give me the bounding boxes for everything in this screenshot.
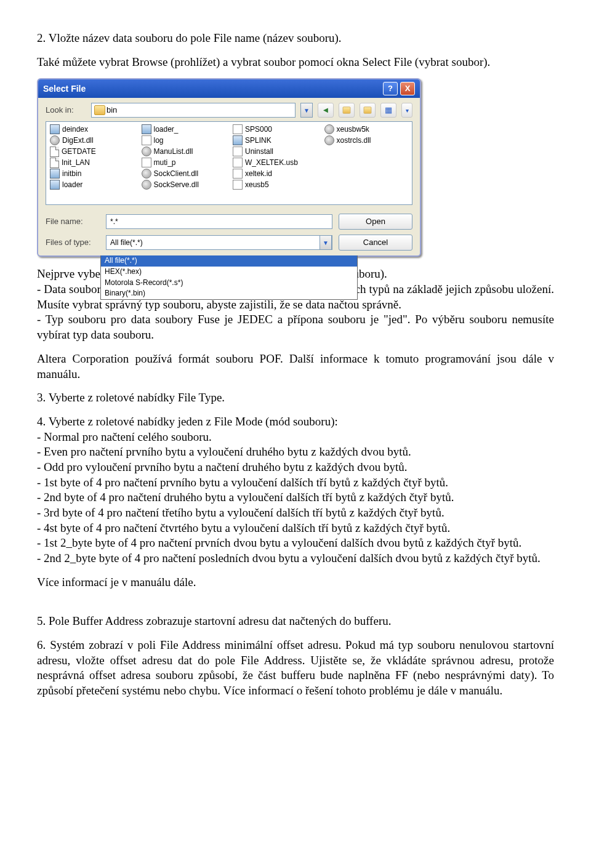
up-button[interactable] (339, 103, 355, 118)
para-9: Více informací je v manuálu dále. (37, 575, 554, 590)
file-icon (233, 169, 243, 179)
lookin-caret[interactable]: ▼ (300, 103, 313, 118)
new-folder-icon (364, 107, 372, 114)
close-icon: X (405, 84, 411, 94)
file-item-label: SockServe.dll (154, 180, 199, 190)
box-icon (233, 135, 243, 145)
bottom-rows: File name: *.* Open Files of type: All f… (38, 205, 420, 255)
list-6: - 3rd byte of 4 pro načtení třetího bytu… (37, 505, 554, 521)
file-item-label: DigExt.dll (62, 136, 94, 146)
filename-input[interactable]: *.* (106, 214, 332, 229)
file-icon (142, 158, 151, 167)
gear-icon (324, 124, 334, 134)
filetype-caret[interactable]: ▼ (320, 235, 332, 250)
box-icon (142, 124, 151, 134)
file-item[interactable]: loader (50, 179, 134, 190)
view-button[interactable]: ▦ (380, 103, 396, 118)
open-button[interactable]: Open (339, 214, 412, 230)
file-icon (233, 147, 243, 156)
para-6: Altera Corporation používá formát soubor… (37, 352, 554, 382)
filename-label: File name: (46, 217, 100, 227)
gear-icon (50, 135, 60, 145)
file-item[interactable]: ManuList.dll (142, 146, 226, 157)
up-folder-icon (343, 107, 351, 114)
file-item[interactable]: SockClient.dll (142, 168, 226, 179)
list-9: - 2nd 2_byte byte of 4 pro načtení posle… (37, 551, 554, 566)
cancel-button-label: Cancel (363, 238, 388, 248)
para-2: Také můžete vybrat Browse (prohlížet) a … (37, 55, 554, 70)
file-icon (233, 158, 243, 167)
help-button[interactable]: ? (383, 82, 398, 95)
view-caret[interactable]: ▾ (401, 103, 412, 118)
open-button-label: Open (366, 217, 385, 227)
file-item[interactable]: log (142, 135, 226, 146)
file-item[interactable]: W_XELTEK.usb (233, 157, 317, 168)
file-item[interactable]: SPLINK (233, 135, 317, 146)
filetype-value: All file(*.*) (110, 238, 320, 248)
file-item-label: xostrcls.dll (337, 136, 371, 146)
file-item[interactable]: initbin (50, 168, 134, 179)
file-item-label: W_XELTEK.usb (245, 158, 298, 168)
page-icon (50, 158, 59, 168)
file-icon (233, 180, 243, 190)
box-icon (50, 180, 60, 190)
filetype-options: All file(*.*) HEX(*.hex) Motorola S-Reco… (100, 255, 358, 299)
gear-icon (324, 135, 334, 145)
file-icon (142, 135, 151, 145)
para-1: 2. Vložte název data souboru do pole Fil… (37, 31, 554, 46)
file-item[interactable]: xeltek.id (233, 168, 317, 179)
file-item-label: deindex (62, 125, 88, 135)
filetype-option[interactable]: Binary(*.bin) (101, 288, 357, 299)
gear-icon (142, 169, 151, 179)
para-7: 3. Vyberte z roletové nabídky File Type. (37, 390, 554, 406)
file-item[interactable]: DigExt.dll (50, 135, 134, 146)
file-item[interactable]: muti_p (142, 157, 226, 168)
close-button[interactable]: X (400, 82, 415, 95)
para-5: - Typ souboru pro data soubory Fuse je J… (37, 312, 554, 342)
lookin-dropdown[interactable]: bin (91, 103, 296, 118)
filetype-label: Files of type: (46, 238, 100, 248)
file-item[interactable]: Init_LAN (50, 157, 134, 168)
lookin-row: Look in: bin ▼ ◄ ▦ ▾ (38, 98, 420, 121)
para-8: 4. Vyberte z roletové nabídky jeden z Fi… (37, 414, 554, 430)
filetype-option[interactable]: HEX(*.hex) (101, 267, 357, 278)
lookin-label: Look in: (46, 105, 86, 116)
file-item-label: log (154, 136, 164, 146)
file-item[interactable]: Uninstall (233, 146, 317, 157)
select-file-dialog: Select File ? X Look in: bin ▼ ◄ ▦ ▾ dei… (37, 78, 421, 257)
filetype-option[interactable]: Motorola S-Record(*.s*) (101, 278, 357, 289)
filetype-dropdown[interactable]: All file(*.*) ▼ (106, 235, 332, 250)
box-icon (50, 169, 60, 179)
file-list-pane: deindexDigExt.dllGETDATEInit_LANinitbinl… (46, 121, 412, 205)
list-8: - 1st 2_byte byte of 4 pro načtení první… (37, 536, 554, 551)
back-button[interactable]: ◄ (318, 103, 334, 118)
gear-icon (142, 147, 151, 156)
file-item[interactable]: xeusbw5k (324, 124, 409, 135)
file-item-label: GETDATE (62, 147, 96, 157)
file-item[interactable]: SockServe.dll (142, 179, 226, 190)
gear-icon (142, 180, 151, 190)
file-item-label: initbin (62, 169, 81, 179)
list-1: - Normal pro načtení celého souboru. (37, 430, 554, 445)
file-item-label: loader (62, 180, 82, 190)
file-item[interactable]: deindex (50, 124, 134, 135)
file-item-label: xeusbw5k (337, 125, 369, 135)
new-folder-button[interactable] (360, 103, 376, 118)
file-item[interactable]: SPS000 (233, 124, 317, 135)
file-item[interactable]: GETDATE (50, 146, 134, 157)
filetype-option[interactable]: All file(*.*) (101, 255, 357, 267)
cancel-button[interactable]: Cancel (339, 235, 412, 251)
list-4: - 1st byte of 4 pro načtení prvního bytu… (37, 475, 554, 491)
file-item-label: xeusb5 (245, 180, 269, 190)
lookin-value: bin (107, 105, 117, 116)
file-item-label: Uninstall (245, 147, 273, 157)
file-item-label: SPLINK (245, 136, 271, 146)
filename-value: *.* (110, 217, 118, 227)
file-item[interactable]: xeusb5 (233, 179, 317, 190)
para-10: 5. Pole Buffer Address zobrazuje startov… (37, 614, 554, 629)
file-item-label: ManuList.dll (154, 147, 193, 157)
help-icon: ? (388, 84, 393, 94)
list-3: - Odd pro vyloučení prvního bytu a načte… (37, 460, 554, 475)
file-item[interactable]: loader_ (142, 124, 226, 135)
file-item[interactable]: xostrcls.dll (324, 135, 409, 146)
